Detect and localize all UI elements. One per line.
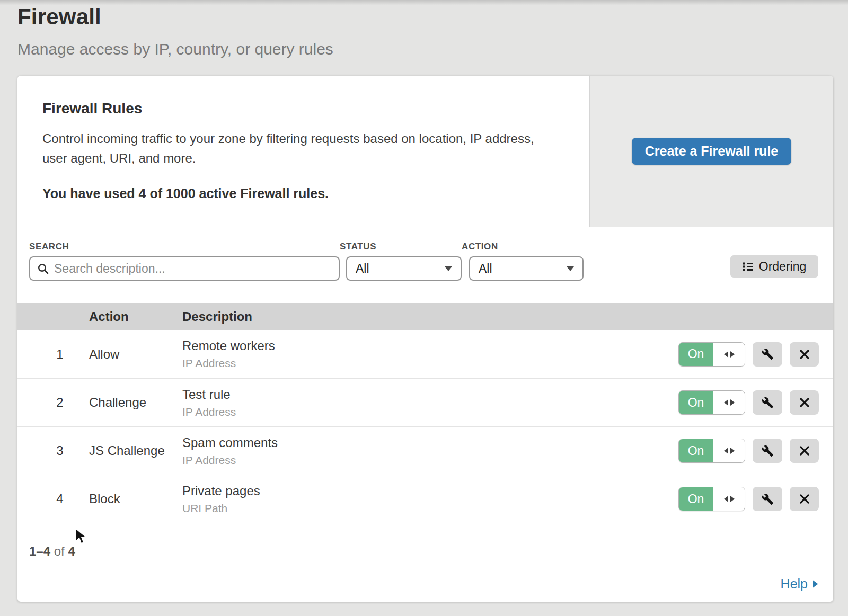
filters-bar: SEARCH STATUS All ACTION All: [17, 227, 833, 303]
ordering-button[interactable]: Ordering: [730, 255, 818, 278]
rule-action: Challenge: [89, 395, 182, 410]
delete-rule-button[interactable]: [790, 487, 819, 511]
rules-table-body: 1 Allow Remote workers IP Address On: [17, 330, 833, 535]
search-input[interactable]: [54, 262, 331, 276]
triangle-right-icon: [730, 399, 735, 406]
rule-enabled-toggle[interactable]: On: [678, 439, 745, 463]
wrench-icon: [762, 445, 774, 457]
rule-priority-cell: 3: [17, 443, 89, 458]
toggle-on-label: On: [679, 487, 713, 511]
intro-heading: Firewall Rules: [42, 100, 559, 117]
toggle-on-label: On: [679, 439, 713, 462]
search-box[interactable]: [29, 256, 340, 281]
table-row: 2 Challenge Test rule IP Address On: [17, 378, 833, 426]
x-icon: [799, 397, 810, 408]
rule-match-type: IP Address: [182, 406, 678, 418]
status-label: STATUS: [340, 242, 462, 252]
edit-rule-button[interactable]: [753, 390, 782, 415]
table-row: 1 Allow Remote workers IP Address On: [17, 330, 833, 378]
delete-rule-button[interactable]: [790, 342, 819, 367]
rule-action: Block: [89, 492, 182, 506]
intro-section: Firewall Rules Control incoming traffic …: [17, 76, 833, 227]
chevron-down-icon: [445, 266, 452, 271]
table-row: 3 JS Challenge Spam comments IP Address …: [17, 426, 833, 475]
pagination-of: of: [54, 544, 65, 559]
toggle-on-label: On: [679, 343, 713, 366]
rule-controls: On: [678, 390, 833, 415]
intro-action-panel: Create a Firewall rule: [589, 76, 833, 227]
status-filter-group: STATUS All: [340, 242, 462, 281]
usage-summary: You have used 4 of 1000 active Firewall …: [42, 186, 559, 201]
triangle-right-icon: [730, 496, 735, 502]
column-action: Action: [89, 309, 182, 324]
rule-priority: 1: [56, 347, 63, 362]
x-icon: [799, 349, 810, 360]
toggle-drag-handle[interactable]: [713, 343, 745, 366]
action-filter-group: ACTION All: [462, 242, 584, 281]
wrench-icon: [762, 493, 774, 505]
pagination-bar: 1–4 of 4: [17, 535, 833, 567]
rule-priority-cell: 2: [17, 395, 89, 410]
wrench-icon: [762, 348, 774, 360]
column-description: Description: [182, 309, 833, 324]
toggle-drag-handle[interactable]: [713, 439, 745, 462]
create-firewall-rule-button[interactable]: Create a Firewall rule: [632, 138, 792, 165]
rule-description: Private pages: [182, 484, 678, 498]
rule-controls: On: [678, 342, 833, 367]
rule-description: Spam comments: [182, 435, 678, 450]
status-select[interactable]: All: [346, 256, 462, 281]
rule-description: Remote workers: [182, 338, 678, 353]
toggle-drag-handle[interactable]: [713, 391, 745, 414]
rule-controls: On: [678, 487, 833, 511]
rule-priority: 2: [56, 395, 63, 410]
x-icon: [799, 445, 810, 456]
pagination-total: 4: [68, 544, 75, 559]
rule-description-cell: Private pages URI Path: [182, 484, 678, 515]
wrench-icon: [762, 397, 774, 409]
help-link-label: Help: [781, 576, 808, 592]
ordering-icon: [743, 261, 753, 272]
page-header: Firewall Manage access by IP, country, o…: [17, 4, 333, 58]
x-icon: [799, 494, 810, 504]
status-selected-value: All: [356, 262, 369, 276]
search-icon: [38, 263, 49, 274]
triangle-left-icon: [724, 448, 728, 454]
toggle-drag-handle[interactable]: [713, 487, 745, 511]
triangle-right-icon: [730, 448, 735, 454]
firewall-rules-card: Firewall Rules Control incoming traffic …: [17, 76, 833, 602]
page-title: Firewall: [17, 4, 333, 30]
rule-action: Allow: [89, 347, 182, 362]
triangle-left-icon: [724, 496, 728, 502]
chevron-right-icon: [812, 580, 818, 588]
edit-rule-button[interactable]: [753, 439, 782, 463]
rule-description-cell: Spam comments IP Address: [182, 435, 678, 467]
rule-description-cell: Test rule IP Address: [182, 387, 678, 418]
rule-priority-cell: 1: [17, 347, 89, 362]
delete-rule-button[interactable]: [790, 390, 819, 415]
ordering-button-label: Ordering: [759, 260, 806, 274]
rule-controls: On: [678, 439, 833, 463]
rule-priority-cell: 4: [17, 492, 89, 506]
help-bar: Help: [17, 567, 833, 600]
delete-rule-button[interactable]: [790, 439, 819, 463]
action-label: ACTION: [462, 242, 584, 252]
rule-priority: 3: [56, 443, 63, 458]
action-select[interactable]: All: [469, 256, 584, 281]
rule-enabled-toggle[interactable]: On: [678, 342, 745, 367]
edit-rule-button[interactable]: [753, 487, 782, 511]
search-filter-group: SEARCH: [29, 242, 340, 281]
rule-enabled-toggle[interactable]: On: [678, 487, 745, 511]
rule-match-type: IP Address: [182, 454, 678, 467]
rule-action: JS Challenge: [89, 443, 182, 458]
pagination-range: 1–4: [29, 544, 50, 559]
rule-description-cell: Remote workers IP Address: [182, 338, 678, 370]
rule-priority: 4: [56, 492, 63, 506]
triangle-left-icon: [724, 399, 728, 406]
rule-description: Test rule: [182, 387, 678, 402]
help-link[interactable]: Help: [781, 576, 818, 592]
triangle-right-icon: [730, 351, 735, 358]
rule-match-type: IP Address: [182, 357, 678, 370]
edit-rule-button[interactable]: [753, 342, 782, 367]
rule-enabled-toggle[interactable]: On: [678, 390, 745, 415]
chevron-down-icon: [567, 266, 574, 271]
